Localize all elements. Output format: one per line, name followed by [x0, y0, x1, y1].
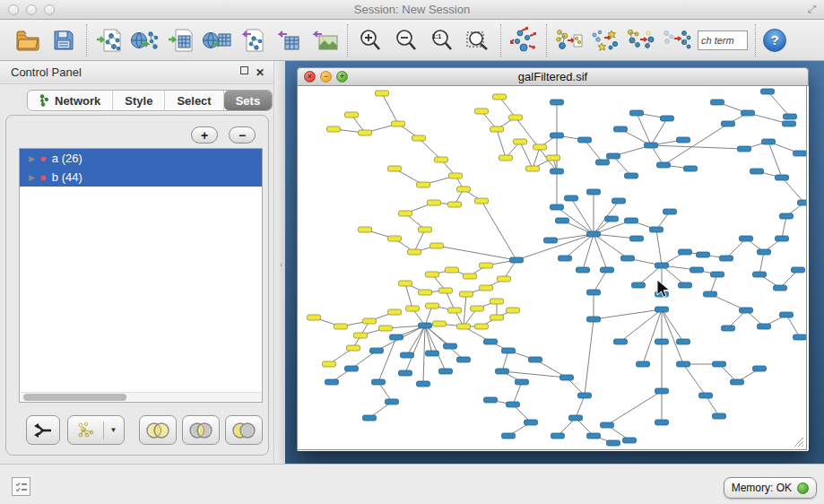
import-network-web-icon[interactable] — [130, 25, 160, 56]
zoom-in-icon[interactable] — [355, 25, 386, 56]
tab-sets-label: Sets — [236, 94, 260, 108]
horizontal-scrollbar[interactable] — [21, 392, 263, 401]
main-toolbar: 1:1 — [0, 20, 824, 61]
split-sets-button[interactable] — [26, 415, 60, 445]
create-set-menu-button[interactable]: ▼ — [67, 415, 125, 445]
venn-union-icon — [145, 422, 170, 439]
memory-status-label: Memory: OK — [732, 482, 792, 494]
export-image-icon[interactable] — [309, 25, 340, 56]
mdi-desktop: × − + galFiltered.sif — [285, 61, 824, 464]
fullscreen-icon[interactable]: ⤢ — [805, 3, 819, 16]
sets-panel: + − ▶ ● a (26) ▶ ● b (44) — [5, 115, 269, 456]
selected-nodes-icon — [75, 421, 97, 439]
set-label: a (26) — [52, 152, 82, 165]
collapse-panel-icon[interactable]: ‹ — [280, 260, 282, 269]
union-sets-button[interactable] — [139, 415, 177, 445]
import-table-file-icon[interactable] — [166, 25, 196, 56]
panel-divider[interactable]: ‹ — [273, 61, 285, 464]
help-button[interactable]: ? — [763, 29, 786, 52]
set-label: b (44) — [52, 170, 82, 184]
venn-difference-icon — [231, 422, 256, 439]
titlebar: Session: New Session ⤢ — [0, 0, 824, 20]
zoom-actual-label: 1:1 — [432, 33, 441, 39]
resize-grip-icon[interactable] — [793, 436, 804, 448]
split-arrow-icon — [33, 421, 53, 439]
network-tab-icon — [39, 94, 50, 107]
style-copy-icon[interactable] — [590, 25, 620, 56]
network-from-selection-icon[interactable] — [554, 25, 585, 56]
tab-sets[interactable]: Sets — [224, 91, 272, 110]
mouse-cursor-icon — [656, 279, 671, 299]
network-window-title: galFiltered.sif — [298, 70, 808, 83]
zoom-selected-icon[interactable] — [463, 25, 493, 56]
memory-status-button[interactable]: Memory: OK — [724, 477, 817, 499]
control-panel-tabbar: Network Style Select Sets — [27, 90, 273, 111]
control-panel-header: Control Panel ✕ — [0, 61, 273, 84]
save-session-icon[interactable] — [48, 25, 79, 56]
network-graph[interactable] — [298, 86, 807, 450]
zoom-out-icon[interactable] — [391, 25, 421, 56]
network-window-titlebar[interactable]: × − + galFiltered.sif — [297, 67, 809, 86]
network-canvas[interactable] — [297, 86, 807, 450]
tab-network-label: Network — [55, 94, 100, 108]
export-network-icon[interactable] — [238, 25, 268, 56]
control-panel: Control Panel ✕ Network Style Select Set… — [0, 61, 285, 464]
export-table-icon[interactable] — [273, 25, 304, 56]
task-history-button[interactable] — [12, 477, 30, 496]
tab-style-label: Style — [125, 94, 152, 108]
network-view-window[interactable]: × − + galFiltered.sif — [297, 67, 809, 451]
venn-intersection-icon — [188, 422, 213, 439]
float-panel-icon[interactable] — [240, 66, 248, 74]
apply-layout-icon[interactable] — [508, 25, 539, 56]
open-file-icon[interactable] — [13, 25, 43, 56]
control-panel-title: Control Panel — [11, 65, 82, 79]
intersect-sets-button[interactable] — [182, 415, 220, 445]
task-list-icon — [15, 481, 28, 493]
search-input[interactable] — [698, 30, 748, 50]
import-table-web-icon[interactable] — [202, 25, 232, 56]
status-bar: Memory: OK — [0, 464, 824, 504]
set-color-dot-icon: ● — [39, 170, 47, 184]
memory-ok-dot-icon — [797, 482, 809, 494]
list-item-set-b[interactable]: ▶ ● b (44) — [20, 168, 262, 187]
tab-style[interactable]: Style — [113, 91, 165, 110]
difference-sets-button[interactable] — [225, 415, 263, 445]
add-set-button[interactable]: + — [191, 126, 218, 143]
tab-select[interactable]: Select — [165, 91, 223, 110]
remove-set-button[interactable]: − — [229, 126, 256, 143]
sets-actions: ▼ — [19, 415, 263, 446]
tab-network[interactable]: Network — [28, 91, 113, 110]
zoom-actual-icon[interactable]: 1:1 — [427, 25, 457, 56]
list-item-set-a[interactable]: ▶ ● a (26) — [20, 149, 262, 168]
hide-selection-icon[interactable] — [626, 25, 656, 56]
window-title: Session: New Session — [0, 3, 824, 16]
expander-icon[interactable]: ▶ — [29, 154, 39, 163]
set-color-dot-icon: ● — [39, 152, 47, 165]
close-panel-icon[interactable]: ✕ — [256, 66, 265, 79]
expander-icon[interactable]: ▶ — [29, 173, 39, 182]
import-network-file-icon[interactable] — [94, 25, 125, 56]
tab-select-label: Select — [177, 94, 211, 108]
application-window: Session: New Session ⤢ — [0, 0, 824, 504]
dropdown-caret-icon: ▼ — [110, 426, 117, 434]
show-all-icon[interactable] — [662, 25, 692, 56]
scrollbar-thumb[interactable] — [23, 394, 126, 401]
sets-list: ▶ ● a (26) ▶ ● b (44) — [19, 148, 263, 403]
